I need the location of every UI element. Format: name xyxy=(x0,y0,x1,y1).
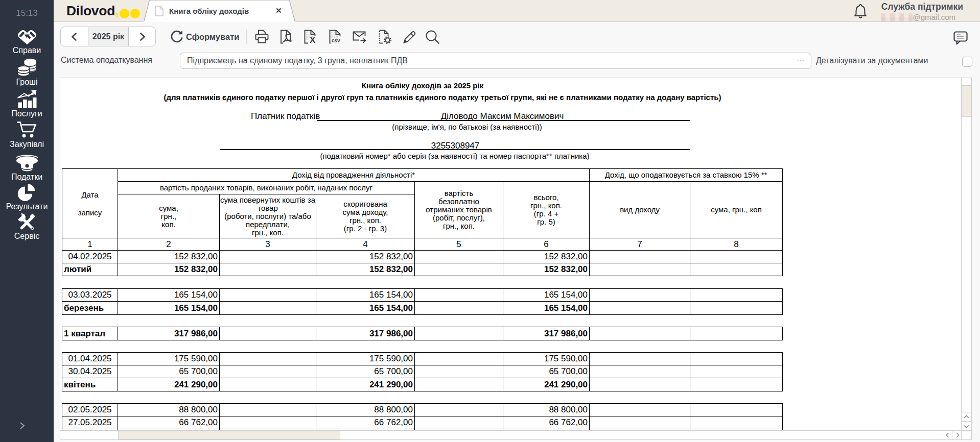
svg-text:X: X xyxy=(310,35,316,44)
svg-text:csv: csv xyxy=(332,38,340,43)
